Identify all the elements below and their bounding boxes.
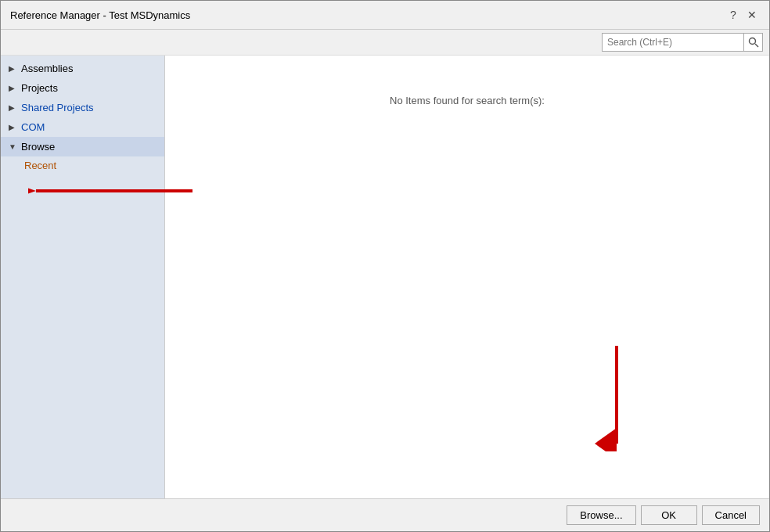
sidebar-item-browse[interactable]: ▼ Browse xyxy=(1,137,164,156)
footer: Browse... OK Cancel xyxy=(1,498,769,531)
top-bar xyxy=(1,30,769,56)
title-bar-controls: ? ✕ xyxy=(725,7,760,23)
reference-manager-dialog: Reference Manager - Test MSDynamics ? ✕ xyxy=(0,0,770,532)
svg-line-1 xyxy=(755,44,758,47)
recent-label: Recent xyxy=(24,160,56,171)
content-area: ▶ Assemblies ▶ Projects ▶ Shared Project… xyxy=(1,30,769,498)
title-bar: Reference Manager - Test MSDynamics ? ✕ xyxy=(1,1,769,30)
ok-button[interactable]: OK xyxy=(641,505,697,525)
sidebar-item-projects[interactable]: ▶ Projects xyxy=(1,78,164,98)
annotation-arrow-down xyxy=(593,342,640,451)
search-container xyxy=(602,33,763,52)
no-items-message: No Items found for search term(s): xyxy=(390,95,545,106)
shared-projects-arrow: ▶ xyxy=(9,103,20,112)
assemblies-label: Assemblies xyxy=(21,63,73,74)
main-panel: No Items found for search term(s): xyxy=(165,56,769,498)
window-title: Reference Manager - Test MSDynamics xyxy=(10,9,190,21)
sidebar: ▶ Assemblies ▶ Projects ▶ Shared Project… xyxy=(1,56,165,498)
search-input[interactable] xyxy=(603,34,743,51)
projects-arrow: ▶ xyxy=(9,84,20,92)
browse-arrow: ▼ xyxy=(9,142,20,151)
projects-label: Projects xyxy=(21,82,58,94)
search-icon xyxy=(748,37,759,48)
cancel-button[interactable]: Cancel xyxy=(702,505,760,525)
com-arrow: ▶ xyxy=(9,123,20,131)
svg-point-0 xyxy=(749,38,755,45)
browse-label: Browse xyxy=(21,141,55,153)
browse-button[interactable]: Browse... xyxy=(567,505,635,525)
sidebar-item-com[interactable]: ▶ COM xyxy=(1,117,164,137)
panel-wrapper: ▶ Assemblies ▶ Projects ▶ Shared Project… xyxy=(1,56,769,498)
help-button[interactable]: ? xyxy=(725,7,741,23)
search-button[interactable] xyxy=(743,33,762,52)
shared-projects-label: Shared Projects xyxy=(21,102,94,113)
close-button[interactable]: ✕ xyxy=(744,7,760,23)
sidebar-item-shared-projects[interactable]: ▶ Shared Projects xyxy=(1,98,164,117)
sidebar-item-recent[interactable]: Recent xyxy=(1,156,164,174)
assemblies-arrow: ▶ xyxy=(9,64,20,73)
com-label: COM xyxy=(21,121,45,133)
sidebar-item-assemblies[interactable]: ▶ Assemblies xyxy=(1,59,164,78)
